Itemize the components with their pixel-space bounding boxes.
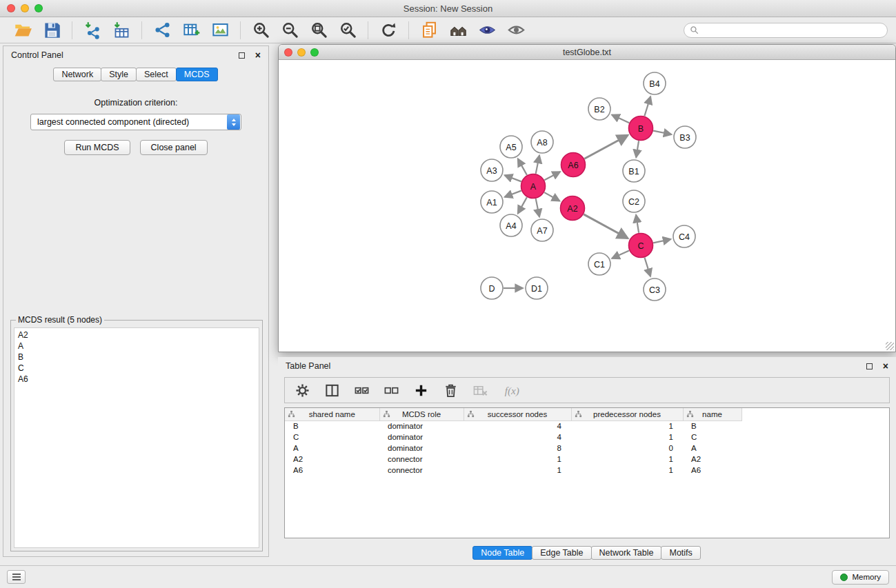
- memory-button[interactable]: Memory: [832, 570, 889, 585]
- edge-A-A8[interactable]: [536, 156, 539, 174]
- node-D[interactable]: D: [481, 277, 503, 299]
- node-A3[interactable]: A3: [481, 159, 503, 181]
- network-canvas[interactable]: B4B2BB3A8A5A6A3B1AC2A1A2A4A7C4CC1C3DD1: [279, 61, 895, 351]
- node-B4[interactable]: B4: [644, 72, 666, 94]
- new-table-button[interactable]: [177, 19, 206, 41]
- node-C2[interactable]: C2: [623, 190, 645, 212]
- tab-motifs[interactable]: Motifs: [661, 546, 700, 560]
- tab-node-table[interactable]: Node Table: [472, 546, 532, 560]
- refresh-network-button[interactable]: [374, 19, 403, 41]
- search-input[interactable]: [702, 26, 882, 35]
- column-header-successor-nodes[interactable]: successor nodes: [464, 408, 571, 420]
- node-D1[interactable]: D1: [526, 277, 548, 299]
- edge-B-B1[interactable]: [636, 141, 639, 157]
- add-row-button[interactable]: [412, 381, 430, 400]
- titlebar[interactable]: Session: New Session: [0, 0, 896, 17]
- edge-B-B2[interactable]: [612, 115, 629, 123]
- tab-style[interactable]: Style: [101, 68, 137, 81]
- network-home-button[interactable]: [444, 19, 472, 41]
- node-A1[interactable]: A1: [481, 191, 503, 213]
- minimize-network-window-button[interactable]: [297, 48, 306, 57]
- resize-grip[interactable]: [886, 342, 894, 350]
- tab-mcds[interactable]: MCDS: [176, 68, 218, 81]
- zoom-network-window-button[interactable]: [310, 48, 319, 57]
- panel-menu-button[interactable]: [7, 570, 26, 584]
- table-row[interactable]: A2connector11A2: [285, 454, 741, 465]
- zoom-out-button[interactable]: [275, 19, 304, 41]
- minimize-window-button[interactable]: [21, 4, 29, 12]
- edge-A-A4[interactable]: [518, 197, 527, 214]
- column-header-mcds-role[interactable]: MCDS role: [379, 408, 464, 420]
- show-graphics-details-button[interactable]: [501, 19, 530, 41]
- column-header-name[interactable]: name: [683, 408, 741, 420]
- save-session-button[interactable]: [37, 19, 66, 41]
- edge-A-A3[interactable]: [505, 175, 521, 181]
- close-panel-icon[interactable]: ×: [255, 52, 261, 59]
- tab-select[interactable]: Select: [136, 68, 177, 81]
- tab-edge-table[interactable]: Edge Table: [532, 546, 591, 560]
- show-columns-button[interactable]: [323, 381, 341, 400]
- table-row[interactable]: A6connector11A6: [285, 465, 741, 476]
- node-A[interactable]: A: [521, 174, 546, 199]
- edge-A-A6[interactable]: [544, 172, 560, 180]
- select-all-button[interactable]: [352, 381, 370, 400]
- column-header-predecessor-nodes[interactable]: predecessor nodes: [571, 408, 683, 420]
- table-row[interactable]: Cdominator41C: [285, 432, 741, 443]
- node-A2[interactable]: A2: [561, 196, 585, 221]
- edge-C-C3[interactable]: [645, 258, 651, 276]
- node-B[interactable]: B: [629, 116, 653, 141]
- open-recent-session-button[interactable]: [415, 19, 444, 41]
- edge-C-C1[interactable]: [612, 251, 629, 258]
- deselect-all-button[interactable]: [382, 381, 400, 400]
- edge-A-A7[interactable]: [536, 199, 539, 216]
- float-table-panel-icon[interactable]: [866, 363, 873, 369]
- edge-C-C2[interactable]: [636, 215, 639, 233]
- run-mcds-button[interactable]: Run MCDS: [64, 140, 130, 155]
- node-table-container[interactable]: shared nameMCDS rolesuccessor nodesprede…: [284, 407, 890, 538]
- node-B1[interactable]: B1: [623, 160, 645, 182]
- import-network-from-file-button[interactable]: [78, 19, 107, 41]
- zoom-fit-button[interactable]: [304, 19, 333, 41]
- network-view-window[interactable]: testGlobe.txt B4B2BB3A8A5A6A3B1AC2A1A2A4…: [278, 44, 896, 352]
- close-table-panel-icon[interactable]: ×: [883, 363, 888, 369]
- node-C4[interactable]: C4: [673, 225, 695, 247]
- tab-network-table[interactable]: Network Table: [591, 546, 662, 560]
- edge-C-C4[interactable]: [653, 239, 670, 243]
- mcds-result-list[interactable]: A2ABCA6: [14, 327, 259, 548]
- optimization-criterion-select[interactable]: largest connected component (directed): [30, 114, 241, 130]
- node-B3[interactable]: B3: [674, 126, 696, 148]
- import-table-from-file-button[interactable]: [107, 19, 136, 41]
- tab-network[interactable]: Network: [53, 68, 101, 81]
- close-panel-button[interactable]: Close panel: [140, 140, 208, 155]
- edge-A2-C[interactable]: [584, 214, 628, 239]
- zoom-window-button[interactable]: [34, 4, 43, 12]
- node-A6[interactable]: A6: [561, 153, 586, 177]
- node-A8[interactable]: A8: [531, 131, 553, 153]
- node-A4[interactable]: A4: [500, 214, 522, 236]
- edge-A6-B[interactable]: [584, 135, 628, 159]
- node-A5[interactable]: A5: [500, 136, 522, 158]
- column-header-shared-name[interactable]: shared name: [285, 408, 379, 420]
- delete-row-button[interactable]: [441, 381, 459, 400]
- edge-A-A2[interactable]: [544, 192, 559, 201]
- edge-A-A5[interactable]: [518, 159, 527, 175]
- new-network-button[interactable]: [148, 19, 177, 41]
- node-C3[interactable]: C3: [644, 278, 666, 301]
- node-C1[interactable]: C1: [588, 253, 610, 275]
- zoom-in-button[interactable]: [246, 19, 275, 41]
- float-panel-icon[interactable]: [239, 52, 245, 59]
- node-B2[interactable]: B2: [588, 98, 610, 120]
- close-network-window-button[interactable]: [284, 48, 292, 57]
- edge-B-B3[interactable]: [653, 131, 671, 134]
- node-A7[interactable]: A7: [531, 219, 553, 241]
- zoom-selected-button[interactable]: [333, 19, 362, 41]
- node-C[interactable]: C: [629, 234, 653, 258]
- search-box[interactable]: [684, 23, 888, 38]
- table-row[interactable]: Adominator80A: [285, 443, 741, 454]
- network-window-titlebar[interactable]: testGlobe.txt: [279, 45, 895, 60]
- edge-A-A1[interactable]: [505, 191, 521, 197]
- apply-style-button[interactable]: [472, 19, 501, 41]
- edge-B-B4[interactable]: [644, 97, 650, 116]
- export-image-button[interactable]: [206, 19, 235, 41]
- settings-button[interactable]: [293, 381, 311, 400]
